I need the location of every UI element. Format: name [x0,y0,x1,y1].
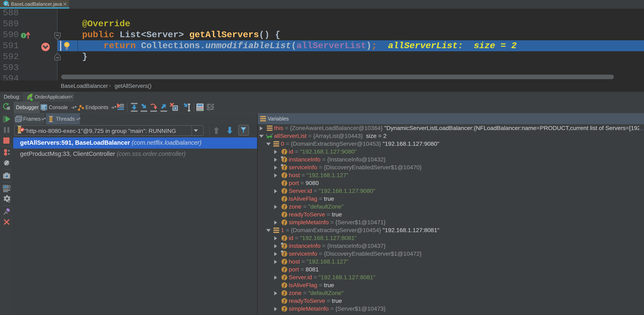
svg-text:C: C [4,1,8,6]
svg-text:<>: <> [16,118,20,122]
svg-text:I: I [23,33,24,38]
